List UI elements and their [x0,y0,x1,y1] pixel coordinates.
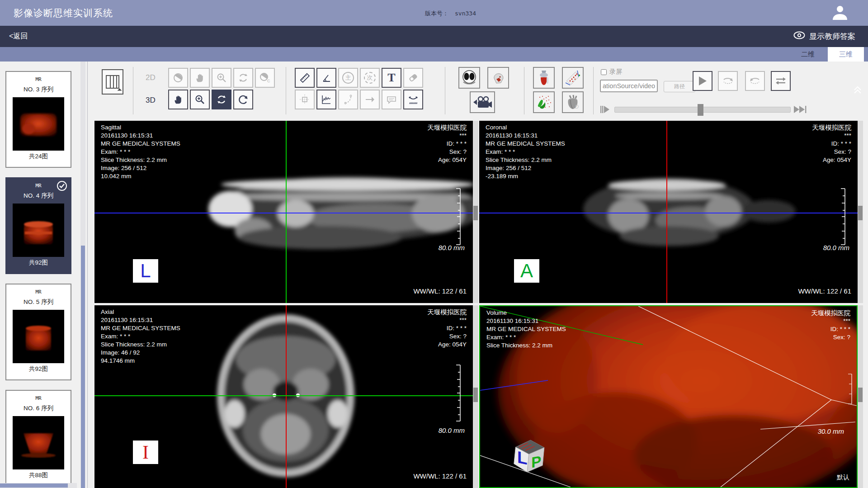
scrollbar-thumb[interactable] [858,206,863,220]
crosshair-vertical-red[interactable] [286,305,287,488]
preset-knee-button[interactable] [533,67,555,89]
back-button[interactable]: <返回 [9,32,28,41]
scrollbar-thumb[interactable] [0,483,68,488]
axial-slice-scrollbar[interactable] [473,305,478,488]
angle-icon [321,72,332,84]
tool-2d-rotate[interactable] [233,68,253,88]
tool-3d-reset[interactable] [233,90,253,109]
scrollbar-thumb[interactable] [81,246,85,488]
skull-3d-icon [490,69,507,86]
orientation-marker: A [514,259,539,283]
heart-3d-icon: D [564,94,581,111]
viewport-axial[interactable]: Axial 20161130 16:15:31 MR GE MEDICAL SY… [94,305,473,488]
study-datetime: 20161130 16:15:31 [486,317,566,325]
playback-slider-thumb[interactable] [698,104,703,116]
mode-3d-label: 3D [146,96,156,105]
scale-label: 30.0 mm [818,427,844,435]
patient-id: ID: * * * [427,140,467,148]
sidebar-vertical-scrollbar[interactable] [80,62,85,488]
patient-id: ID: * * * [427,324,467,332]
toolbar-separator [524,67,524,114]
tool-comment[interactable] [382,90,401,109]
toolbar-separator [286,67,286,114]
coronal-slice-scrollbar[interactable] [858,121,863,303]
tool-histogram[interactable] [316,90,336,109]
series-card-no3[interactable]: MR NO. 3 序列 共24图 [5,71,71,168]
viewport-sagittal[interactable]: Sagittal 20161130 16:15:31 MR GE MEDICAL… [94,121,473,303]
tool-curve-measure[interactable] [403,90,423,109]
page-title: 影像诊断思维实训系统 [14,7,113,19]
sidebar-horizontal-scrollbar[interactable] [0,483,77,488]
tool-3d-rotate-active[interactable] [212,90,231,109]
rotate-animation-cw-button[interactable] [718,71,738,91]
tool-secondary-lesion[interactable]: 次 [360,68,380,88]
scrollbar-thumb[interactable] [473,206,478,220]
viewport-volume-3d[interactable]: L P Volume 20161130 16:15:31 MR GE MEDIC… [479,305,858,488]
tool-2d-pan[interactable] [190,68,210,88]
tab-3d[interactable]: 三维 [828,47,864,62]
crosshair-vertical-red[interactable] [666,121,667,303]
orientation-cube[interactable]: L P [507,435,549,476]
series-thumbnail [13,416,64,469]
crosshair-horizontal-blue[interactable] [94,213,473,213]
tool-primary-lesion[interactable]: 主 [338,68,358,88]
toolbar: 2D 3D C [88,62,868,121]
tool-arrow-annotation[interactable] [360,90,380,109]
series-thumbnail [13,97,64,151]
tool-text-annotation[interactable]: T [382,68,401,88]
tool-eraser[interactable] [403,68,423,88]
crosshair-horizontal-green[interactable] [94,395,473,396]
image-index: Image: 256 / 512 [101,164,180,172]
series-card-no6[interactable]: MR NO. 6 序列 共88图 [5,390,71,487]
tool-3d-pan[interactable] [168,90,188,109]
user-account-icon[interactable] [831,4,849,22]
volume-slice-scrollbar[interactable] [858,305,863,488]
layout-select-button[interactable] [102,69,123,95]
tool-2d-window-level-reset[interactable]: C [255,68,275,88]
scrollbar-thumb[interactable] [473,388,478,402]
preset-spine-slab-button[interactable] [562,67,584,89]
tool-roi[interactable] [295,90,315,109]
series-count: 共92图 [6,365,71,373]
preset-lung-axial-button[interactable] [458,67,480,89]
playback-play-button[interactable] [693,71,712,91]
rotate-animation-ccw-button[interactable] [745,71,765,91]
preset-skull-3d-button[interactable] [487,67,509,89]
crosshair-horizontal-blue[interactable] [479,213,858,213]
preset-heart-3d-button[interactable]: D [562,91,584,113]
path-browse-button[interactable]: 路径 [664,81,695,92]
tool-measure-angle[interactable] [316,68,336,88]
record-screen-checkbox[interactable] [601,69,607,75]
export-video-button[interactable] [470,91,495,113]
video-path-input[interactable] [600,80,658,92]
skip-start-icon[interactable] [600,105,611,115]
tool-2d-window-level[interactable] [168,68,188,88]
tool-3d-zoom[interactable] [190,90,210,109]
tool-2d-zoom[interactable] [212,68,231,88]
patient-sex: Sex: ? [812,148,851,156]
record-screen-checkbox-row[interactable]: 录屏 [601,68,622,76]
preset-segmentation-button[interactable] [533,91,555,113]
toolbar-separator [445,67,445,114]
slice-metadata: Coronal 20161130 16:15:31 MR GE MEDICAL … [486,123,565,180]
show-teacher-answer-button[interactable]: 显示教师答案 [793,31,855,42]
tool-spline-curve[interactable] [338,90,358,109]
tool-measure-length[interactable] [295,68,315,88]
viewport-coronal[interactable]: Coronal 20161130 16:15:31 MR GE MEDICAL … [479,121,858,303]
sagittal-slice-scrollbar[interactable] [473,121,478,303]
version-value: svn334 [455,10,476,17]
crosshair-vertical-green[interactable] [286,121,287,303]
tab-2d[interactable]: 二维 [790,47,826,62]
scrollbar-thumb[interactable] [858,388,863,402]
series-card-no4[interactable]: MR NO. 4 序列 共92图 [5,177,71,274]
swap-direction-button[interactable] [771,71,791,91]
render-preset-label[interactable]: 默认 [837,474,849,482]
skip-end-icon[interactable] [793,105,807,115]
collapse-toolbar-button[interactable] [853,85,863,97]
window-width-level: WW/WL: 122 / 61 [413,287,467,295]
device-name: MR GE MEDICAL SYSTEMS [101,140,180,148]
eye-icon [793,31,805,42]
playback-slider-track[interactable] [614,107,791,113]
series-card-no5[interactable]: MR NO. 5 序列 共92图 [5,284,71,380]
secondary-nav-bar: <返回 显示教师答案 [0,26,868,47]
